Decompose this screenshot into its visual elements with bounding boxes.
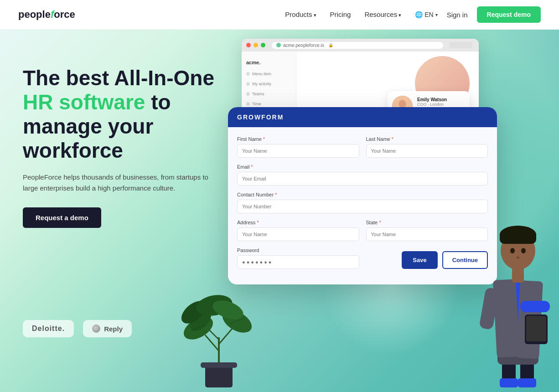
contact-input[interactable]: [237, 200, 488, 213]
reply-label: Reply: [104, 325, 123, 333]
lock-icon: [276, 43, 281, 47]
browser-url-text: acme.peopleforce.io: [283, 43, 324, 48]
request-demo-hero-button[interactable]: Request a demo: [23, 207, 101, 228]
form-group-firstname: First Name *: [237, 136, 359, 158]
state-input[interactable]: [366, 227, 488, 241]
svg-rect-30: [500, 230, 536, 244]
deloitte-logo: Deloitte.: [23, 320, 74, 337]
firstname-label: First Name *: [237, 136, 359, 142]
address-label: Address *: [237, 220, 359, 225]
svg-point-33: [517, 257, 519, 258]
chevron-down-icon: ▾: [435, 12, 438, 17]
form-group-address: Address *: [237, 220, 359, 241]
hero-description: PeopleForce helps thousands of businesse…: [23, 172, 214, 194]
nav-resources-link[interactable]: Resources: [364, 10, 401, 18]
svg-line-7: [219, 328, 233, 344]
deloitte-label: Deloitte.: [32, 325, 65, 333]
sidebar-menu-item: Menu item: [242, 69, 296, 79]
brand-logos: Deloitte. Reply: [23, 320, 132, 337]
nav-products-link[interactable]: Products: [285, 10, 316, 18]
browser-url-bar: acme.peopleforce.io 🔒: [272, 42, 443, 49]
form-group-lastname: Last Name *: [366, 136, 488, 158]
form-row-address: Address * State *: [237, 220, 488, 241]
email-input[interactable]: [237, 172, 488, 186]
nav-item-resources[interactable]: Resources: [364, 10, 401, 19]
signin-link[interactable]: Sign in: [447, 11, 468, 19]
form-group-email: Email *: [237, 164, 488, 186]
form-row-email: Email *: [237, 164, 488, 186]
password-label: Password: [237, 248, 359, 253]
logo[interactable]: peopleforce: [18, 9, 75, 21]
address-input[interactable]: [237, 227, 359, 241]
svg-point-31: [510, 248, 515, 253]
acme-logo: acme.: [242, 56, 296, 69]
browser-dot-green: [261, 43, 265, 47]
form-group-state: State *: [366, 220, 488, 241]
form-header: GROWFORM: [228, 107, 497, 127]
svg-rect-21: [500, 378, 518, 387]
nav-item-products[interactable]: Products: [285, 10, 316, 19]
form-mockup: GROWFORM First Name * Last Name: [228, 107, 497, 284]
email-label: Email *: [237, 164, 488, 170]
reply-dot-icon: [92, 325, 100, 333]
save-button[interactable]: Save: [402, 251, 437, 269]
svg-rect-3: [205, 365, 233, 387]
reply-logo: Reply: [83, 320, 132, 337]
profile-role: COO · London: [417, 102, 447, 107]
state-label: State *: [366, 220, 488, 225]
svg-rect-4: [201, 362, 237, 368]
lastname-label: Last Name *: [366, 136, 488, 142]
globe-icon: 🌐: [415, 11, 423, 18]
headline-line1: The best All-In-One: [23, 66, 214, 90]
form-row-password-actions: Password Save Continue: [237, 248, 488, 269]
svg-point-32: [521, 248, 526, 253]
form-row-name: First Name * Last Name *: [237, 136, 488, 158]
profile-name: Emily Watson: [417, 97, 447, 102]
browser-bar: acme.peopleforce.io 🔒: [242, 39, 479, 52]
firstname-input[interactable]: [237, 144, 359, 158]
navbar: peopleforce Products Pricing Resources 🌐…: [0, 0, 559, 30]
lock-padlock-icon: 🔒: [328, 43, 333, 47]
form-title: GROWFORM: [237, 113, 284, 121]
nav-lang-label: EN: [424, 11, 433, 18]
form-body: First Name * Last Name *: [228, 127, 497, 284]
logo-text: peopleforce: [18, 9, 75, 21]
plant-illustration: [173, 264, 264, 392]
form-row-contact: Contact Number *: [237, 192, 488, 213]
hero-headline: The best All-In-One HR software tomanage…: [23, 66, 228, 163]
nav-links: Products Pricing Resources: [285, 10, 401, 19]
person-illustration: [472, 155, 559, 392]
request-demo-nav-button[interactable]: Request demo: [477, 6, 541, 23]
contact-label: Contact Number *: [237, 192, 488, 197]
svg-rect-36: [520, 301, 550, 312]
headline-green: HR software: [23, 90, 145, 114]
browser-tab-add: [450, 42, 472, 48]
lastname-input[interactable]: [366, 144, 488, 158]
nav-item-pricing[interactable]: Pricing: [330, 10, 351, 19]
sidebar-teams: Teams: [242, 89, 296, 99]
nav-pricing-link[interactable]: Pricing: [330, 10, 351, 18]
browser-dot-yellow: [254, 43, 258, 47]
form-group-contact: Contact Number *: [237, 192, 488, 213]
nav-language-selector[interactable]: 🌐 EN ▾: [415, 11, 437, 18]
nav-right: 🌐 EN ▾ Sign in Request demo: [415, 6, 541, 23]
form-actions: Save Continue: [366, 251, 488, 269]
svg-rect-35: [526, 316, 546, 341]
hero-section: The best All-In-One HR software tomanage…: [0, 30, 559, 392]
svg-rect-22: [518, 378, 536, 387]
browser-dot-red: [246, 43, 251, 47]
sidebar-my-activity: My activity: [242, 79, 296, 89]
